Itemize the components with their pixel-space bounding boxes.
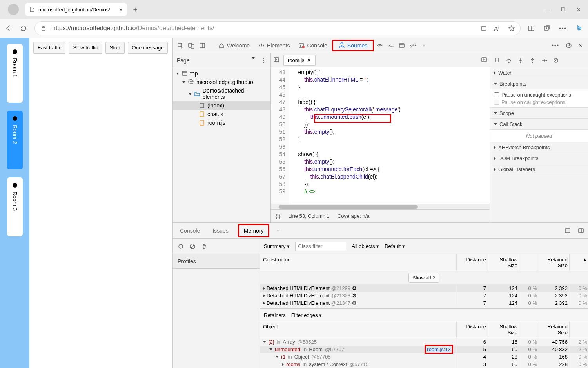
collections-icon[interactable] [543,25,550,32]
sources-tab[interactable]: Sources [332,40,374,51]
retainer-row[interactable]: r1 in Object @57705 4280 %1680 % [260,353,588,361]
code-editor[interactable]: 4344454647484950515253545556575859 empty… [271,67,490,204]
xhr-section[interactable]: XHR/fetch Breakpoints [490,142,588,153]
default-dropdown[interactable]: Default ▾ [385,243,405,249]
dock-icon[interactable] [197,40,207,51]
room-1-card[interactable]: Room 1 [7,44,23,103]
pause-icon[interactable] [494,57,500,64]
back-icon[interactable] [5,24,13,32]
elements-tab[interactable]: Elements [254,40,294,51]
heap-row[interactable]: Detached HTMLDivElement @21347 ⚙71240 %2… [260,299,588,307]
tree-index[interactable]: (index) [173,101,270,110]
maximize-icon[interactable]: ☐ [561,7,566,13]
detached-icon[interactable] [408,40,418,51]
toggle-navigator-icon[interactable] [273,56,279,64]
file-tab-roomjs[interactable]: room.js✕ [283,55,316,66]
reading-icon[interactable]: A》 [494,25,501,32]
drawer-expand-icon[interactable] [578,228,584,234]
scope-section[interactable]: Scope [490,108,588,119]
more-icon[interactable]: ••• [559,26,567,31]
performance-icon[interactable] [386,40,396,51]
heap-row[interactable]: Detached HTMLDivElement @21323 ⚙71240 %2… [260,292,588,299]
minimize-icon[interactable]: — [545,7,550,13]
close-tab-icon[interactable]: ✕ [119,7,123,13]
refresh-icon[interactable] [20,24,27,32]
drawer-issues-tab[interactable]: Issues [209,225,231,236]
filter-edges-dropdown[interactable]: Filter edges ▾ [291,312,322,318]
drawer-dock-icon[interactable] [564,228,571,234]
show-all-button[interactable]: Show all 2 [408,273,439,283]
favorite-icon[interactable] [508,25,515,31]
split-icon[interactable] [528,25,535,32]
col-distance2[interactable]: Distance [456,321,488,338]
close-window-icon[interactable]: ✕ [577,7,581,13]
console-tab[interactable]: Console [294,40,331,51]
record-icon[interactable] [178,243,184,250]
application-icon[interactable] [397,40,407,51]
step-out-icon[interactable] [529,57,535,64]
drawer-add-tab-icon[interactable]: ＋ [276,227,281,234]
callstack-section[interactable]: Call Stack [490,119,588,130]
col-shallow2[interactable]: Shallow Size [488,321,519,338]
one-message-button[interactable]: One message [128,42,168,54]
dom-bp-section[interactable]: DOM Breakpoints [490,153,588,164]
breakpoints-section[interactable]: Breakpoints [490,78,588,89]
wifi-icon[interactable] [375,40,385,51]
device-icon[interactable] [186,40,196,51]
app-mode-icon[interactable] [481,25,487,31]
more-tools-icon[interactable]: ••• [552,42,559,48]
slow-traffic-button[interactable]: Slow traffic [69,42,102,54]
col-retained[interactable]: Retained Size [538,254,569,271]
profile-icon[interactable] [8,4,19,15]
bing-icon[interactable] [575,24,583,32]
more-tabs-icon[interactable]: ＋ [419,40,429,51]
fast-traffic-button[interactable]: Fast traffic [33,42,65,54]
col-retained2[interactable]: Retained Size [538,321,569,338]
delete-icon[interactable] [201,243,207,250]
global-listeners-section[interactable]: Global Listeners [490,164,588,175]
drawer-console-tab[interactable]: Console [177,225,203,236]
col-distance[interactable]: Distance [456,254,488,271]
help-icon[interactable] [566,42,572,49]
welcome-tab[interactable]: Welcome [214,40,254,51]
source-link[interactable]: room.js:13 [425,345,453,354]
close-file-icon[interactable]: ✕ [307,57,311,63]
cancel-icon[interactable] [189,243,196,250]
step-into-icon[interactable] [517,57,524,64]
chevron-down-icon[interactable] [252,57,255,59]
toggle-debugger-icon[interactable] [481,56,487,64]
step-over-icon[interactable] [506,57,512,64]
new-tab-button[interactable]: ＋ [132,5,139,14]
drawer-memory-tab[interactable]: Memory [238,224,270,237]
address-bar[interactable]: https://microsoftedge.github.io/Demos/de… [34,21,521,35]
col-object[interactable]: Object [260,321,456,338]
stop-button[interactable]: Stop [105,42,125,54]
col-shallow[interactable]: Shallow Size [488,254,519,271]
close-devtools-icon[interactable]: ✕ [578,42,583,48]
tree-folder[interactable]: Demos/detached-elements [173,86,270,101]
tree-domain[interactable]: microsoftedge.github.io [173,78,270,86]
retainer-row[interactable]: unmounted in Room @57707 room.js:135600 … [260,346,588,353]
browser-tab[interactable]: microsoftedge.github.io/Demos/ ✕ [25,3,127,16]
pause-caught-checkbox[interactable]: Pause on caught exceptions [494,99,584,105]
heap-row[interactable]: Detached HTMLDivElement @21299 ⚙71240 %2… [260,284,588,292]
tree-room[interactable]: room.js [173,118,270,127]
pretty-print-icon[interactable]: { } [276,213,280,219]
class-filter-input[interactable] [295,242,346,251]
step-icon[interactable] [541,57,547,64]
navigator-more-icon[interactable]: ⋮ [261,57,267,64]
summary-dropdown[interactable]: Summary ▾ [264,243,290,249]
retainer-row[interactable]: rooms in system / Context @57715 3600 %2… [260,361,588,368]
tree-chat[interactable]: chat.js [173,110,270,118]
room-2-card[interactable]: Room 2 [7,111,23,169]
pause-uncaught-checkbox[interactable]: Pause on uncaught exceptions [494,92,584,98]
retainer-row[interactable]: [2] in Array @58525 6160 %40 7562 % [260,338,588,346]
room-3-card[interactable]: Room 3 [7,177,23,236]
tree-top[interactable]: top [173,69,270,78]
inspect-icon[interactable] [175,40,185,51]
editor-scrollbar[interactable] [271,204,490,209]
watch-section[interactable]: Watch [490,67,588,78]
all-objects-dropdown[interactable]: All objects ▾ [352,243,379,249]
deactivate-bp-icon[interactable] [553,57,559,64]
col-constructor[interactable]: Constructor [260,254,456,271]
